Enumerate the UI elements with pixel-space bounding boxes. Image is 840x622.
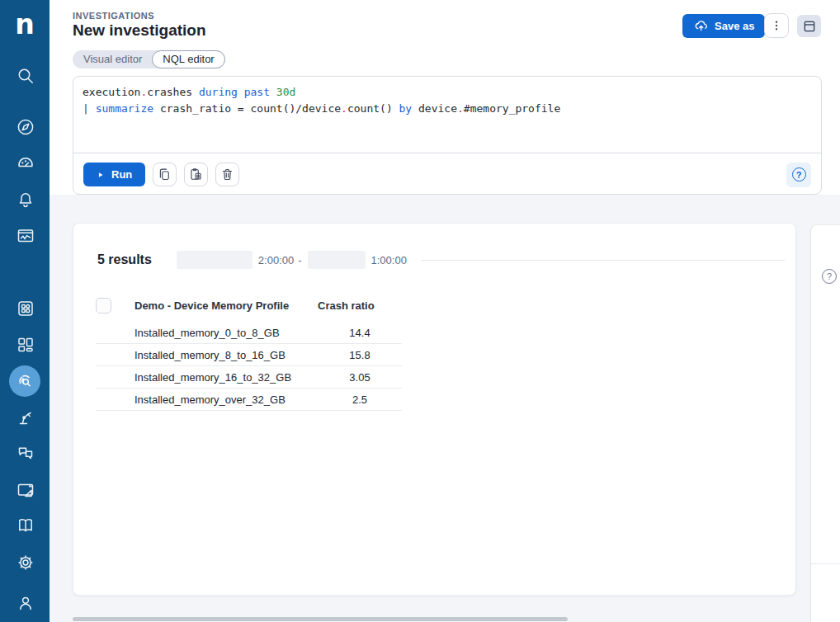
compass-icon[interactable] [16, 117, 35, 137]
bell-icon[interactable] [16, 190, 35, 210]
cell-crash-ratio: 2.5 [318, 393, 402, 406]
nexthink-logo[interactable]: n [0, 8, 50, 41]
chat-icon[interactable] [16, 444, 35, 464]
cell-memory-profile: Installed_memory_0_to_8_GB [134, 327, 318, 339]
editor-mode-toggle: Visual editor NQL editor [73, 50, 225, 68]
run-button[interactable]: Run [83, 163, 145, 186]
results-count: 5 results [97, 252, 152, 267]
copy-to-clipboard-button[interactable] [184, 163, 208, 186]
query-line-1: execution.crashes during past 30d [83, 84, 812, 101]
delete-query-button[interactable] [215, 163, 239, 186]
gauge-icon[interactable] [16, 153, 35, 173]
play-icon [97, 171, 105, 179]
kebab-icon [769, 18, 784, 33]
tab-nql-editor[interactable]: NQL editor [152, 50, 224, 68]
dashboards-icon[interactable] [16, 335, 35, 355]
horizontal-scrollbar-thumb[interactable] [73, 617, 568, 621]
cell-memory-profile: Installed_memory_over_32_GB [134, 393, 318, 406]
tab-visual-editor[interactable]: Visual editor [73, 50, 152, 68]
trash-icon [219, 167, 235, 182]
monitor-pulse-icon[interactable] [16, 226, 35, 246]
cloud-upload-icon [693, 18, 709, 34]
redacted-start-date [177, 251, 252, 269]
user-icon[interactable] [16, 593, 35, 613]
results-table-header: Demo - Device Memory Profile Crash ratio [96, 293, 402, 318]
table-row[interactable]: Installed_memory_16_to_32_GB 3.05 [96, 366, 402, 389]
panel-divider [811, 563, 840, 564]
copy-icon [157, 167, 172, 182]
library-icon[interactable] [16, 516, 35, 535]
save-as-label: Save as [715, 20, 754, 32]
designer-icon[interactable] [16, 480, 35, 500]
settings-icon[interactable] [16, 553, 35, 573]
apps-grid-icon[interactable] [16, 299, 35, 318]
table-row[interactable]: Installed_memory_over_32_GB 2.5 [96, 389, 402, 411]
time-range-separator: - [298, 254, 301, 266]
page-title: New investigation [73, 21, 206, 40]
panel-layout-icon [802, 19, 817, 34]
query-line-2: | summarize crash_ratio = count()/device… [83, 101, 812, 117]
results-table-body: Installed_memory_0_to_8_GB 14.4 Installe… [96, 322, 402, 411]
editor-toolbar: Run ? [73, 154, 821, 195]
header-divider [422, 260, 785, 261]
editor-help-button[interactable]: ? [786, 163, 811, 187]
cell-memory-profile: Installed_memory_16_to_32_GB [134, 371, 318, 384]
cell-crash-ratio: 15.8 [318, 349, 402, 361]
table-row[interactable]: Installed_memory_0_to_8_GB 14.4 [96, 322, 402, 344]
question-mark-icon: ? [792, 167, 806, 181]
table-row[interactable]: Installed_memory_8_to_16_GB 15.8 [96, 344, 402, 366]
search-icon[interactable] [16, 66, 35, 86]
nql-query-input[interactable]: execution.crashes during past 30d | summ… [73, 77, 821, 153]
nql-editor-card: execution.crashes during past 30d | summ… [73, 76, 822, 195]
cell-memory-profile: Installed_memory_8_to_16_GB [134, 349, 318, 361]
results-header: 5 results 2:00:00 - 1:00:00 [97, 251, 785, 269]
results-card: 5 results 2:00:00 - 1:00:00 Demo - Devic… [73, 223, 796, 596]
column-header-crash-ratio: Crash ratio [318, 299, 402, 312]
copy-query-button[interactable] [153, 163, 177, 186]
save-as-button[interactable]: Save as [682, 14, 765, 38]
start-time: 2:00:00 [258, 254, 294, 266]
redacted-end-date [308, 251, 366, 269]
right-side-panel: ? [810, 224, 840, 622]
layout-panel-button[interactable] [797, 15, 821, 37]
select-all-checkbox[interactable] [96, 298, 111, 313]
investigations-icon[interactable] [9, 365, 40, 397]
cell-crash-ratio: 3.05 [318, 371, 402, 384]
sidebar: n [0, 0, 50, 622]
remote-action-icon[interactable] [16, 408, 35, 427]
panel-help-icon[interactable]: ? [822, 269, 837, 284]
cell-crash-ratio: 14.4 [318, 327, 402, 339]
breadcrumb: INVESTIGATIONS [73, 11, 154, 21]
end-time: 1:00:00 [371, 254, 407, 266]
results-table: Demo - Device Memory Profile Crash ratio… [96, 293, 402, 411]
more-options-button[interactable] [764, 13, 789, 38]
run-label: Run [111, 168, 132, 181]
clipboard-copy-icon [188, 167, 204, 182]
column-header-profile: Demo - Device Memory Profile [134, 299, 318, 312]
